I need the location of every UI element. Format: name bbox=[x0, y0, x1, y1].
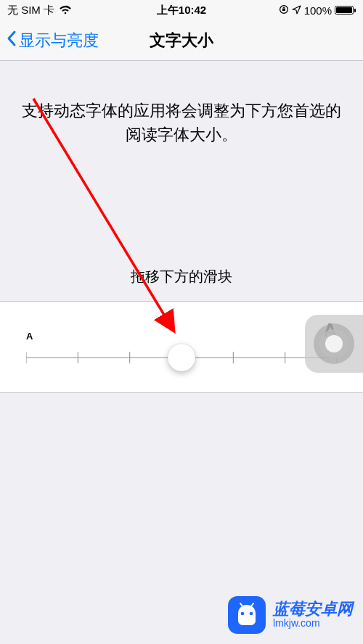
assistive-touch-icon bbox=[314, 323, 354, 364]
back-label: 显示与亮度 bbox=[19, 30, 99, 51]
nav-bar: 显示与亮度 文字大小 bbox=[0, 20, 363, 61]
watermark-title: 蓝莓安卓网 bbox=[273, 600, 353, 618]
battery-pct: 100% bbox=[304, 4, 332, 17]
watermark-logo-icon bbox=[228, 596, 266, 634]
status-right: 100% bbox=[279, 4, 356, 17]
wifi-icon bbox=[59, 4, 72, 17]
chevron-left-icon bbox=[6, 30, 17, 51]
watermark-text: 蓝莓安卓网 lmkjw.com bbox=[273, 600, 353, 629]
status-left: 无 SIM 卡 bbox=[7, 4, 72, 17]
location-icon bbox=[292, 4, 301, 17]
status-time: 上午10:42 bbox=[157, 4, 206, 17]
text-size-slider[interactable] bbox=[26, 344, 337, 371]
page-title: 文字大小 bbox=[150, 30, 213, 51]
orientation-lock-icon bbox=[279, 4, 289, 17]
slider-labels: A A bbox=[26, 319, 337, 342]
back-button[interactable]: 显示与亮度 bbox=[0, 30, 99, 51]
watermark: 蓝莓安卓网 lmkjw.com bbox=[228, 596, 353, 634]
slider-knob[interactable] bbox=[168, 344, 195, 371]
screen: { "status_bar": { "carrier": "无 SIM 卡", … bbox=[0, 0, 363, 644]
status-bar: 无 SIM 卡 上午10:42 100% bbox=[0, 0, 363, 20]
slider-hint: 拖移下方的滑块 bbox=[0, 267, 363, 286]
carrier-text: 无 SIM 卡 bbox=[7, 4, 54, 17]
description-text: 支持动态字体的应用将会调整为下方您首选的阅读字体大小。 bbox=[0, 61, 363, 167]
svg-point-11 bbox=[250, 612, 253, 616]
watermark-url: lmkjw.com bbox=[273, 618, 353, 629]
battery-icon bbox=[335, 6, 356, 15]
assistive-touch-button[interactable] bbox=[305, 315, 363, 373]
slider-min-label: A bbox=[26, 331, 33, 342]
svg-point-10 bbox=[241, 612, 245, 616]
